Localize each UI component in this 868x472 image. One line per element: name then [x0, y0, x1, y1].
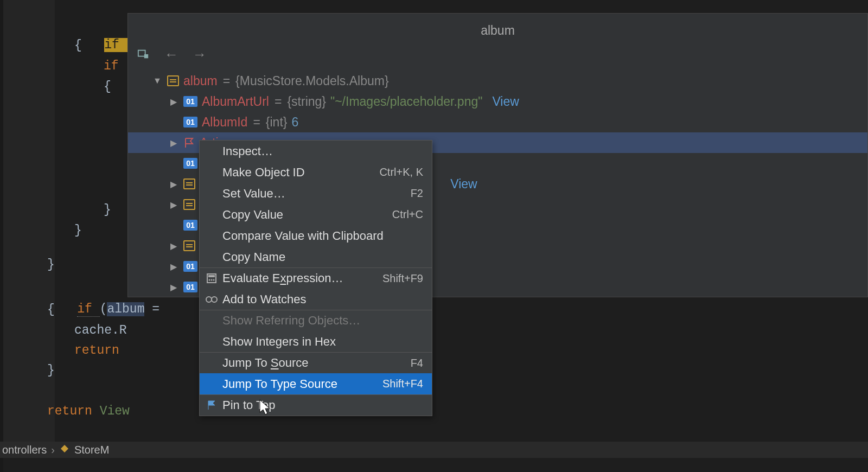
field-icon: 01 [183, 117, 197, 127]
expander-icon[interactable]: ▶ [168, 261, 179, 272]
expander-icon[interactable]: ▶ [168, 200, 179, 210]
struct-icon [183, 199, 195, 210]
menu-item-label: Compare Value with Clipboard [222, 229, 384, 243]
flag-icon [183, 137, 195, 148]
expander-icon[interactable]: ▶ [168, 282, 179, 292]
menu-item-inspect[interactable]: Inspect… [200, 141, 432, 162]
chevron-right-icon: › [51, 444, 55, 456]
breadcrumb-segment[interactable]: StoreM [74, 444, 109, 456]
node-name: AlbumArtUrl [202, 94, 269, 109]
menu-item-label: Add to Watches [222, 292, 306, 307]
flag-icon [205, 400, 218, 410]
svg-rect-3 [208, 275, 215, 277]
struct-icon [183, 178, 195, 189]
menu-item-label: Copy Value [222, 208, 283, 222]
class-icon [59, 443, 70, 457]
menu-item-shortcut: F2 [411, 187, 423, 200]
breadcrumb[interactable]: ontrollers › StoreM [0, 442, 868, 458]
back-arrow-icon[interactable]: ← [164, 47, 179, 62]
field-icon: 01 [183, 96, 197, 107]
view-link[interactable]: View [450, 177, 477, 192]
brace: } [104, 203, 111, 217]
add-watch-icon[interactable] [136, 47, 151, 62]
forward-arrow-icon[interactable]: → [192, 47, 207, 62]
node-value: "~/Images/placeholder.png" [330, 94, 482, 109]
if-keyword: if [104, 59, 119, 73]
menu-item-shortcut: Shift+F9 [382, 272, 423, 285]
menu-item-set-value[interactable]: Set Value…F2 [200, 183, 432, 204]
menu-item-label: Jump To Type Source [222, 377, 337, 391]
svg-point-7 [206, 297, 212, 302]
node-value: 6 [291, 115, 298, 130]
brace: { [104, 80, 111, 94]
return-keyword: return [47, 404, 100, 418]
ident-view: View [100, 404, 130, 418]
menu-item-label: Make Object ID [222, 165, 305, 180]
brace: } [74, 224, 82, 238]
svg-point-6 [213, 279, 215, 281]
menu-item-label: Evaluate Expression… [222, 271, 343, 285]
brace: { [47, 303, 55, 317]
brace: { [74, 39, 82, 53]
calc-icon [205, 273, 218, 284]
menu-item-make-object-id[interactable]: Make Object IDCtrl+K, K [200, 162, 432, 183]
expander-icon[interactable]: ▶ [168, 97, 179, 107]
expander-icon[interactable]: ▼ [152, 76, 163, 86]
field-icon: 01 [183, 282, 197, 292]
field-icon: 01 [183, 261, 197, 272]
menu-item-label: Show Integers in Hex [222, 335, 336, 349]
tree-root[interactable]: ▼ album = {MusicStore.Models.Album} [128, 71, 867, 91]
context-menu: Inspect…Make Object IDCtrl+K, KSet Value… [199, 140, 432, 416]
svg-point-8 [212, 297, 217, 302]
menu-item-show-hex[interactable]: Show Integers in Hex [200, 331, 432, 352]
menu-item-jump-source[interactable]: Jump To SourceF4 [200, 352, 432, 373]
svg-point-5 [211, 279, 213, 281]
field-icon: 01 [183, 220, 197, 231]
expander-icon[interactable]: ▶ [168, 179, 179, 189]
menu-item-compare-clip[interactable]: Compare Value with Clipboard [200, 225, 432, 246]
brace: } [47, 363, 55, 378]
menu-item-label: Inspect… [222, 144, 273, 158]
menu-item-pin-top[interactable]: Pin to Top [200, 394, 432, 416]
return-keyword: return [74, 343, 119, 358]
menu-item-show-referring: Show Referring Objects… [200, 310, 432, 331]
menu-item-shortcut: Shift+F4 [382, 378, 423, 390]
expander-icon[interactable]: ▶ [168, 138, 179, 148]
menu-item-copy-value[interactable]: Copy ValueCtrl+C [200, 204, 432, 225]
breadcrumb-segment[interactable]: ontrollers [2, 444, 47, 456]
ident-cache: cache. [74, 323, 119, 337]
menu-item-shortcut: Ctrl+C [392, 208, 423, 221]
node-type: {string} [287, 94, 326, 109]
node-name: AlbumId [202, 115, 247, 130]
tree-node-albumId[interactable]: 01AlbumId = {int} 6 [128, 112, 867, 132]
ident-method: R [119, 323, 127, 337]
eq: = [253, 115, 260, 130]
struct-icon [183, 240, 195, 251]
inspector-toolbar: ← → [128, 43, 867, 71]
menu-item-shortcut: Ctrl+K, K [379, 166, 423, 178]
menu-item-label: Set Value… [222, 187, 285, 201]
view-link[interactable]: View [492, 94, 519, 109]
watches-icon [205, 295, 218, 304]
menu-item-label: Pin to Top [222, 398, 275, 412]
field-icon: 01 [183, 158, 197, 169]
svg-rect-1 [144, 54, 148, 58]
svg-rect-0 [138, 50, 145, 56]
menu-item-copy-name[interactable]: Copy Name [200, 246, 432, 267]
menu-item-evaluate-expression[interactable]: Evaluate Expression…Shift+F9 [200, 267, 432, 289]
menu-item-add-watches[interactable]: Add to Watches [200, 289, 432, 310]
tree-node-albumArtUrl[interactable]: ▶01AlbumArtUrl = {string} "~/Images/plac… [128, 91, 867, 112]
node-name: album [183, 74, 218, 88]
eq: = [223, 74, 230, 88]
expander-icon[interactable]: ▶ [168, 241, 179, 251]
struct-icon [167, 75, 179, 86]
node-type: {int} [266, 115, 288, 130]
svg-point-4 [209, 279, 210, 281]
menu-item-label: Jump To Source [222, 356, 309, 370]
node-type: {MusicStore.Models.Album} [235, 74, 389, 88]
menu-item-label: Copy Name [222, 250, 285, 264]
menu-item-jump-type-source[interactable]: Jump To Type SourceShift+F4 [200, 373, 432, 394]
brace: } [47, 258, 55, 272]
eq: = [275, 94, 282, 109]
menu-item-label: Show Referring Objects… [222, 314, 360, 328]
